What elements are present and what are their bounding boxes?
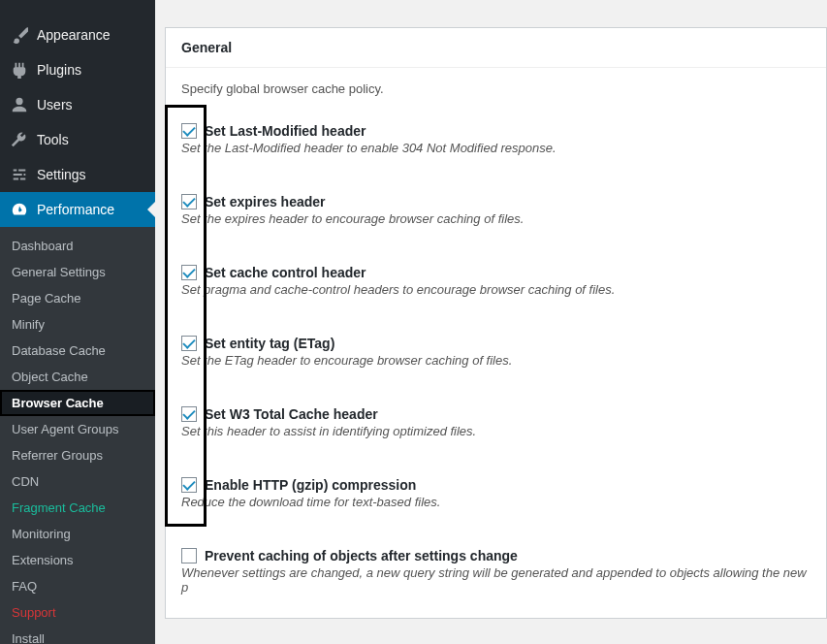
submenu-item-support[interactable]: Support — [0, 599, 155, 626]
option-description: Set pragma and cache-control headers to … — [181, 282, 811, 297]
submenu-item-object-cache[interactable]: Object Cache — [0, 364, 155, 390]
sidebar-item-label: Appearance — [37, 27, 111, 43]
submenu-item-database-cache[interactable]: Database Cache — [0, 338, 155, 364]
option-description: Reduce the download time for text-based … — [181, 495, 811, 509]
sidebar-item-label: Tools — [37, 132, 69, 147]
submenu-item-cdn[interactable]: CDN — [0, 468, 155, 495]
option-checkbox[interactable] — [181, 548, 197, 564]
submenu-item-referrer-groups[interactable]: Referrer Groups — [0, 442, 155, 468]
option-checkbox[interactable] — [181, 477, 197, 493]
admin-sidebar: AppearancePluginsUsersToolsSettingsPerfo… — [0, 0, 155, 644]
sidebar-item-label: Performance — [37, 202, 114, 217]
submenu-item-minify[interactable]: Minify — [0, 311, 155, 338]
option-row: Set entity tag (ETag) — [181, 336, 811, 351]
sidebar-item-label: Plugins — [37, 62, 81, 78]
option-block: Set W3 Total Cache headerSet this header… — [181, 406, 811, 438]
sidebar-item-settings[interactable]: Settings — [0, 157, 155, 192]
sliders-icon — [10, 165, 29, 184]
option-row: Set cache control header — [181, 265, 811, 280]
wrench-icon — [10, 130, 29, 149]
option-block: Set entity tag (ETag)Set the ETag header… — [181, 336, 811, 368]
option-row: Set W3 Total Cache header — [181, 406, 811, 422]
option-row: Enable HTTP (gzip) compression — [181, 477, 811, 493]
option-block: Set cache control headerSet pragma and c… — [181, 265, 811, 297]
submenu-item-page-cache[interactable]: Page Cache — [0, 285, 155, 311]
option-label[interactable]: Prevent caching of objects after setting… — [205, 548, 518, 564]
sidebar-item-label: Users — [37, 97, 73, 113]
content-area: General Specify global browser cache pol… — [155, 0, 827, 644]
option-label[interactable]: Set expires header — [205, 194, 326, 209]
user-icon — [10, 95, 29, 114]
submenu-item-dashboard[interactable]: Dashboard — [0, 233, 155, 259]
option-row: Set Last-Modified header — [181, 123, 811, 139]
panel-intro: Specify global browser cache policy. — [181, 81, 811, 96]
sidebar-item-performance[interactable]: Performance — [0, 192, 155, 227]
sidebar-item-appearance[interactable]: Appearance — [0, 17, 155, 52]
option-description: Set the Last-Modified header to enable 3… — [181, 141, 811, 155]
option-label[interactable]: Set Last-Modified header — [205, 123, 366, 139]
option-checkbox[interactable] — [181, 123, 197, 139]
option-label[interactable]: Set cache control header — [205, 265, 366, 280]
option-checkbox[interactable] — [181, 336, 197, 351]
submenu-item-user-agent-groups[interactable]: User Agent Groups — [0, 416, 155, 442]
submenu-item-browser-cache[interactable]: Browser Cache — [0, 390, 155, 416]
submenu-item-monitoring[interactable]: Monitoring — [0, 521, 155, 547]
submenu-item-faq[interactable]: FAQ — [0, 573, 155, 599]
submenu: DashboardGeneral SettingsPage CacheMinif… — [0, 227, 155, 644]
submenu-item-install[interactable]: Install — [0, 626, 155, 644]
option-block: Set expires headerSet the expires header… — [181, 194, 811, 226]
option-description: Set the expires header to encourage brow… — [181, 211, 811, 226]
sidebar-item-plugins[interactable]: Plugins — [0, 52, 155, 87]
general-panel: General Specify global browser cache pol… — [165, 27, 827, 619]
sidebar-item-users[interactable]: Users — [0, 87, 155, 122]
option-label[interactable]: Set W3 Total Cache header — [205, 406, 378, 422]
option-block: Enable HTTP (gzip) compressionReduce the… — [181, 477, 811, 509]
panel-title: General — [166, 28, 826, 68]
option-row: Set expires header — [181, 194, 811, 209]
sidebar-item-tools[interactable]: Tools — [0, 122, 155, 157]
option-checkbox[interactable] — [181, 265, 197, 280]
submenu-item-extensions[interactable]: Extensions — [0, 547, 155, 573]
option-row: Prevent caching of objects after setting… — [181, 548, 811, 564]
submenu-item-fragment-cache[interactable]: Fragment Cache — [0, 495, 155, 521]
option-block: Prevent caching of objects after setting… — [181, 548, 811, 595]
option-description: Whenever settings are changed, a new que… — [181, 565, 811, 595]
sidebar-item-label: Settings — [37, 167, 86, 182]
plug-icon — [10, 60, 29, 80]
option-label[interactable]: Set entity tag (ETag) — [205, 336, 334, 351]
panel-body: Specify global browser cache policy. Set… — [166, 68, 826, 618]
option-label[interactable]: Enable HTTP (gzip) compression — [205, 477, 416, 493]
option-description: Set this header to assist in identifying… — [181, 424, 811, 438]
option-checkbox[interactable] — [181, 194, 197, 209]
gauge-icon — [10, 200, 29, 219]
option-block: Set Last-Modified headerSet the Last-Mod… — [181, 123, 811, 155]
brush-icon — [10, 25, 29, 45]
option-description: Set the ETag header to encourage browser… — [181, 353, 811, 368]
option-checkbox[interactable] — [181, 406, 197, 422]
submenu-item-general-settings[interactable]: General Settings — [0, 259, 155, 285]
